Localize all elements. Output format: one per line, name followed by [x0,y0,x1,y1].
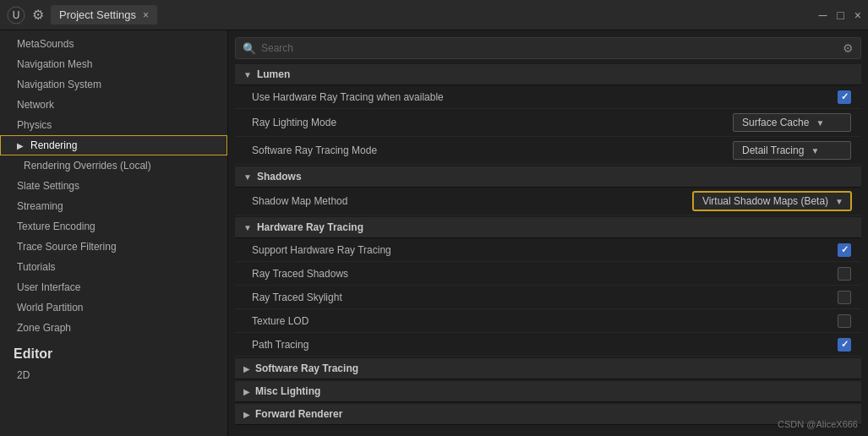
tab-close-button[interactable]: × [143,9,149,21]
setting-ray-lighting-mode: Ray Lighting Mode Surface Cache ▼ [235,109,861,137]
sidebar-item-navigation-mesh[interactable]: Navigation Mesh [0,54,227,74]
ray-lighting-mode-arrow-icon: ▼ [816,118,824,128]
software-ray-tracing-mode-dropdown[interactable]: Detail Tracing ▼ [733,141,851,160]
misc-lighting-section-title: Misc Lighting [255,385,320,397]
use-hardware-ray-tracing-control [838,90,851,104]
path-tracing-control [838,338,851,352]
section-header-lumen[interactable]: ▼ Lumen [235,64,861,85]
sidebar-item-navigation-system[interactable]: Navigation System [0,74,227,95]
texture-lod-label: Texture LOD [252,315,838,327]
shadow-map-method-arrow-icon: ▼ [835,197,843,206]
section-forward-renderer: ▶ Forward Renderer [235,404,861,425]
ray-lighting-mode-dropdown[interactable]: Surface Cache ▼ [733,113,851,132]
sidebar-item-2d[interactable]: 2D [0,365,227,385]
forward-renderer-section-title: Forward Renderer [255,408,342,420]
ray-lighting-mode-control: Surface Cache ▼ [733,113,851,132]
setting-texture-lod: Texture LOD [235,309,861,333]
section-header-misc-lighting[interactable]: ▶ Misc Lighting [235,381,861,402]
sidebar-item-network[interactable]: Network [0,95,227,115]
sidebar-item-trace-source-filtering[interactable]: Trace Source Filtering [0,237,227,257]
section-header-shadows[interactable]: ▼ Shadows [235,166,861,188]
settings-scroll: ▼ Lumen Use Hardware Ray Tracing when av… [228,64,868,436]
section-hardware-ray-tracing: ▼ Hardware Ray Tracing Support Hardware … [235,217,861,357]
shadow-map-method-label: Shadow Map Method [252,195,693,207]
svg-text:U: U [13,9,20,21]
sidebar-item-metasounds[interactable]: MetaSounds [0,34,227,54]
ray-traced-skylight-label: Ray Traced Skylight [252,292,838,303]
setting-ray-traced-shadows: Ray Traced Shadows [235,262,861,286]
texture-lod-control [838,314,851,328]
search-icon: 🔍 [243,42,256,55]
software-ray-tracing-section-title: Software Ray Tracing [255,362,358,374]
sidebar-item-physics[interactable]: Physics [0,115,227,135]
unreal-logo: U [7,6,25,25]
close-window-button[interactable]: × [854,8,861,22]
ray-traced-shadows-control [838,267,851,281]
hardware-ray-tracing-collapse-arrow: ▼ [243,223,252,232]
sidebar-item-streaming[interactable]: Streaming [0,196,227,216]
settings-gear-icon[interactable]: ⚙ [843,41,854,55]
support-hardware-ray-tracing-control [838,243,851,257]
software-ray-tracing-mode-value: Detail Tracing [742,144,804,156]
ray-traced-skylight-control [838,291,851,304]
editor-section-header: Editor [0,338,227,365]
search-input[interactable] [261,42,838,54]
watermark: CSDN @AliceX666 [778,419,858,429]
setting-software-ray-tracing-mode: Software Ray Tracing Mode Detail Tracing… [235,137,861,165]
setting-ray-traced-skylight: Ray Traced Skylight [235,286,861,309]
sidebar: MetaSounds Navigation Mesh Navigation Sy… [0,30,228,436]
ray-traced-shadows-label: Ray Traced Shadows [252,268,838,280]
path-tracing-checkbox[interactable] [838,338,851,352]
sidebar-item-zone-graph[interactable]: Zone Graph [0,318,227,338]
settings-icon: ⚙ [32,7,44,23]
forward-renderer-collapse-arrow: ▶ [243,410,250,419]
ray-lighting-mode-label: Ray Lighting Mode [252,117,733,128]
path-tracing-label: Path Tracing [252,339,838,351]
section-misc-lighting: ▶ Misc Lighting [235,381,861,402]
lumen-collapse-arrow: ▼ [243,70,252,79]
shadows-section-title: Shadows [257,171,302,183]
content-area: 🔍 ⚙ ▼ Lumen Use Hardware Ray Tracing whe… [228,30,868,436]
sidebar-item-user-interface[interactable]: User Interface [0,277,227,297]
minimize-button[interactable]: ─ [818,8,827,22]
sidebar-item-texture-encoding[interactable]: Texture Encoding [0,216,227,237]
sidebar-item-world-partition[interactable]: World Partition [0,297,227,318]
setting-path-tracing: Path Tracing [235,333,861,357]
sidebar-item-tutorials[interactable]: Tutorials [0,257,227,277]
texture-lod-checkbox[interactable] [838,314,851,328]
section-lumen: ▼ Lumen Use Hardware Ray Tracing when av… [235,64,861,165]
maximize-button[interactable]: □ [837,8,843,22]
sidebar-item-rendering-overrides[interactable]: Rendering Overrides (Local) [0,155,227,176]
lumen-section-title: Lumen [257,68,290,80]
section-header-software-ray-tracing[interactable]: ▶ Software Ray Tracing [235,358,861,379]
window-controls: ─ □ × [818,8,861,22]
section-shadows: ▼ Shadows Shadow Map Method Virtual Shad… [235,166,861,215]
section-header-forward-renderer[interactable]: ▶ Forward Renderer [235,404,861,425]
software-ray-tracing-mode-arrow-icon: ▼ [811,146,819,155]
ray-traced-shadows-checkbox[interactable] [838,267,851,281]
titlebar: U ⚙ Project Settings × ─ □ × [0,0,868,30]
support-hardware-ray-tracing-checkbox[interactable] [838,243,851,257]
ray-lighting-mode-value: Surface Cache [742,117,809,128]
use-hardware-ray-tracing-checkbox[interactable] [838,90,851,104]
support-hardware-ray-tracing-label: Support Hardware Ray Tracing [252,244,838,256]
shadow-map-method-value: Virtual Shadow Maps (Beta) [702,195,828,207]
shadow-map-method-control: Virtual Shadow Maps (Beta) ▼ [693,192,851,210]
section-software-ray-tracing: ▶ Software Ray Tracing [235,358,861,379]
tab-title: Project Settings [59,8,136,21]
tab-project-settings[interactable]: Project Settings × [51,5,157,25]
shadows-collapse-arrow: ▼ [243,172,252,182]
sidebar-item-slate-settings[interactable]: Slate Settings [0,176,227,196]
setting-shadow-map-method: Shadow Map Method Virtual Shadow Maps (B… [235,188,861,215]
ray-traced-skylight-checkbox[interactable] [838,291,851,304]
rendering-arrow-icon: ▶ [17,141,24,150]
shadow-map-method-dropdown[interactable]: Virtual Shadow Maps (Beta) ▼ [693,192,851,210]
section-header-hardware-ray-tracing[interactable]: ▼ Hardware Ray Tracing [235,217,861,238]
hardware-ray-tracing-section-title: Hardware Ray Tracing [257,221,363,233]
misc-lighting-collapse-arrow: ▶ [243,387,250,396]
setting-support-hardware-ray-tracing: Support Hardware Ray Tracing [235,238,861,262]
use-hardware-ray-tracing-label: Use Hardware Ray Tracing when available [252,91,838,103]
main-layout: MetaSounds Navigation Mesh Navigation Sy… [0,30,868,436]
sidebar-item-rendering[interactable]: ▶ Rendering [0,135,227,155]
software-ray-tracing-collapse-arrow: ▶ [243,364,250,373]
